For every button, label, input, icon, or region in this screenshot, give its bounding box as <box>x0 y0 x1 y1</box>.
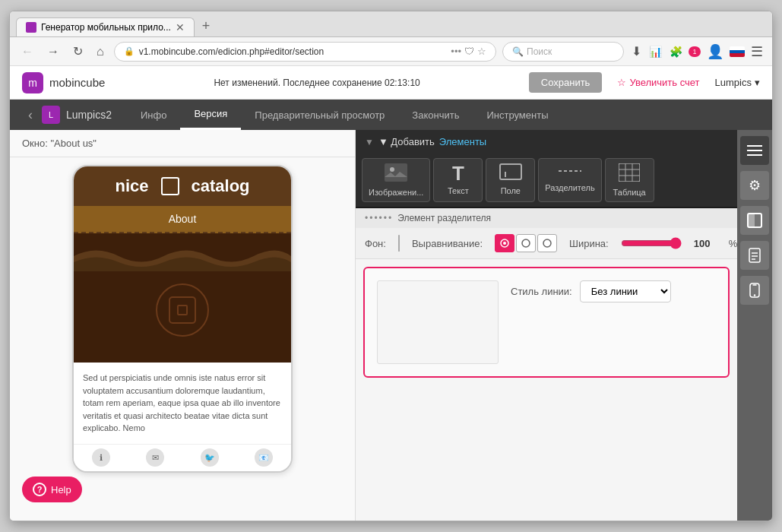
line-props: Стиль линии: Без линии Сплошная Пунктирн… <box>511 280 671 302</box>
star-icon: ☆ <box>617 77 626 88</box>
user-menu[interactable]: Lumpics ▾ <box>715 77 760 88</box>
search-box[interactable]: 🔍 Поиск <box>502 42 624 62</box>
element-image-btn[interactable]: Изображени... <box>362 158 430 202</box>
image-icon <box>385 163 407 185</box>
language-flag <box>730 46 745 57</box>
align-label: Выравнивание: <box>412 238 483 249</box>
width-value: 100 <box>694 238 717 249</box>
phone-nav-chat: ✉ <box>146 448 164 467</box>
app-nav: ‹ L Lumpics2 Инфо Версия Предварительный… <box>10 100 772 130</box>
nav-item-version[interactable]: Версия <box>180 100 241 130</box>
phone-bottom-nav: ℹ ✉ 🐦 📧 <box>74 444 291 471</box>
phone-nav-mail: 📧 <box>255 448 273 467</box>
notification-badge: 1 <box>689 46 701 57</box>
sidebar-list-btn[interactable] <box>740 136 769 165</box>
phone-about-text: About <box>169 213 197 225</box>
bg-label: Фон: <box>365 238 386 249</box>
svg-point-11 <box>503 242 506 245</box>
table-label: Таблица <box>613 188 646 197</box>
svg-point-1 <box>390 167 394 172</box>
reload-btn[interactable]: ↻ <box>69 43 87 60</box>
width-label: Ширина: <box>569 238 609 249</box>
element-text-btn[interactable]: T Текст <box>433 158 483 202</box>
sidebar-layers-btn[interactable] <box>740 206 769 235</box>
chevron-down-icon: ▾ <box>755 77 760 88</box>
active-tab[interactable]: Генератор мобильных прило... ✕ <box>16 17 195 36</box>
phone-mockup: nice catalog About <box>72 165 293 473</box>
phone-about-bar: About <box>74 206 291 233</box>
forward-btn[interactable]: → <box>43 43 63 60</box>
text-icon: T <box>452 163 464 183</box>
width-percent: % <box>729 238 737 249</box>
phone-logo-text2: catalog <box>192 176 250 196</box>
shield-icon: 🛡 <box>464 46 474 57</box>
sidebar-mobile-btn[interactable] <box>740 276 769 305</box>
nav-item-tools[interactable]: Инструменты <box>473 100 562 130</box>
align-left-btn[interactable] <box>495 234 514 252</box>
address-icons: ••• 🛡 ☆ <box>451 46 486 57</box>
home-btn[interactable]: ⌂ <box>93 43 108 60</box>
help-icon: ? <box>33 483 46 496</box>
tab-close-btn[interactable]: ✕ <box>176 22 185 33</box>
bookmarks-icon[interactable]: 📊 <box>647 44 663 59</box>
bg-color-picker[interactable] <box>398 235 400 252</box>
nav-back-btn[interactable]: ‹ <box>22 107 39 123</box>
main-content: Окно: "About us" nice catalog About <box>10 130 772 521</box>
width-slider[interactable] <box>621 237 682 249</box>
properties-bar: Фон: Выравнивание: Ширин <box>356 228 737 259</box>
line-preview-box <box>377 280 499 364</box>
sidebar-settings-btn[interactable]: ⚙ <box>740 171 769 200</box>
address-input[interactable]: 🔒 v1.mobincube.com/edicion.php#editor/se… <box>114 42 496 62</box>
phone-icon-inner <box>169 296 196 324</box>
upgrade-link[interactable]: ☆ Увеличить счет <box>617 77 699 88</box>
add-label: ▼ Добавить <box>378 136 435 147</box>
right-panel: ▼ ▼ Добавить Элементы Изображени... T Те… <box>356 130 737 521</box>
save-button[interactable]: Сохранить <box>529 72 603 93</box>
phone-icon-circle <box>156 283 209 337</box>
divider-icon <box>559 163 581 180</box>
ellipsis-icon: ••• <box>451 46 461 57</box>
url-text: v1.mobincube.com/edicion.php#editor/sect… <box>139 46 447 57</box>
field-icon <box>499 163 522 183</box>
panel-title: Окно: "About us" <box>10 130 355 157</box>
line-style-select[interactable]: Без линии Сплошная Пунктирная Точечная <box>580 280 671 302</box>
back-btn[interactable]: ← <box>17 43 37 60</box>
profile-icon[interactable]: 👤 <box>705 42 725 62</box>
phone-logo-box <box>161 177 179 195</box>
element-table-btn[interactable]: Таблица <box>605 158 654 202</box>
left-panel: Окно: "About us" nice catalog About <box>10 130 356 521</box>
element-field-btn[interactable]: Поле <box>486 158 535 202</box>
align-center-btn[interactable] <box>516 234 536 252</box>
line-style-section: Стиль линии: Без линии Сплошная Пунктирн… <box>363 267 730 378</box>
svg-point-24 <box>754 294 755 296</box>
new-tab-btn[interactable]: + <box>195 15 218 36</box>
divider-label: Разделитель <box>545 183 594 192</box>
element-divider-btn[interactable]: Разделитель <box>538 158 601 202</box>
nav-item-info[interactable]: Инфо <box>127 100 180 130</box>
elements-toggle[interactable]: ▼ <box>365 137 374 147</box>
elements-link[interactable]: Элементы <box>439 136 486 147</box>
nav-item-preview[interactable]: Предварительный просмотр <box>241 100 398 130</box>
nav-item-finish[interactable]: Закончить <box>398 100 473 130</box>
svg-rect-2 <box>500 164 521 179</box>
help-button[interactable]: ? Help <box>22 477 82 502</box>
svg-rect-0 <box>385 163 407 182</box>
phone-text-section: Sed ut perspiciatis unde omnis iste natu… <box>74 363 291 444</box>
elements-toolbar: Изображени... T Текст Поле <box>356 154 737 208</box>
menu-icon[interactable]: ☰ <box>749 42 765 62</box>
svg-rect-5 <box>619 163 640 182</box>
upgrade-text: Увеличить счет <box>629 77 699 88</box>
extensions-icon[interactable]: 🧩 <box>668 44 684 59</box>
align-group <box>495 234 557 252</box>
gear-icon: ⚙ <box>749 177 761 194</box>
svg-rect-19 <box>749 249 760 262</box>
align-right-btn[interactable] <box>537 234 557 252</box>
tab-bar: Генератор мобильных прило... ✕ + <box>10 11 772 37</box>
download-icon[interactable]: ⬇ <box>630 43 643 60</box>
svg-rect-18 <box>748 214 755 227</box>
text-label: Текст <box>448 186 469 195</box>
phone-header: nice catalog <box>74 166 291 206</box>
sidebar-doc-btn[interactable] <box>740 241 769 270</box>
save-time: 02:13:10 <box>385 78 420 88</box>
phone-wave-area <box>74 233 291 271</box>
